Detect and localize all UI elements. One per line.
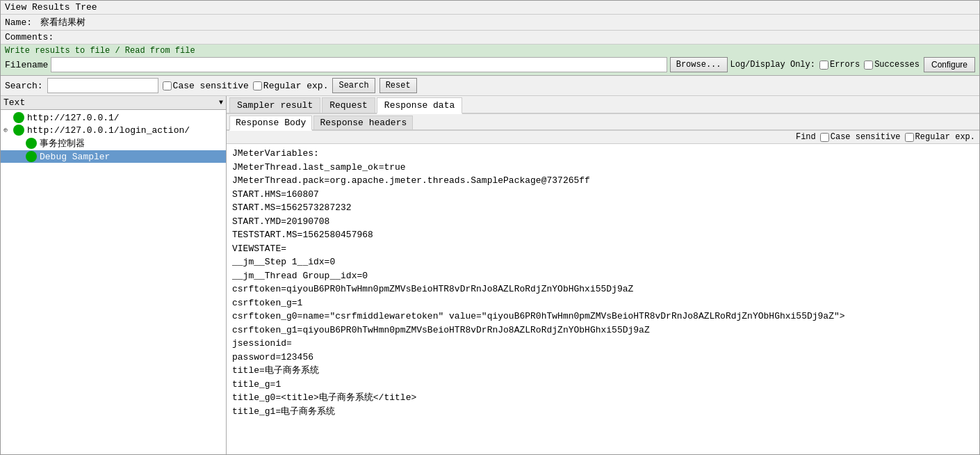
comments-row: Comments: xyxy=(1,31,979,45)
tab-response-data[interactable]: Response data xyxy=(377,97,462,114)
file-section: Write results to file / Read from file F… xyxy=(1,45,979,76)
sub-tab-response-headers[interactable]: Response headers xyxy=(313,115,413,129)
name-label: Name: xyxy=(5,17,32,28)
content-area[interactable]: JMeterVariables: JMeterThread.last_sampl… xyxy=(227,144,979,454)
errors-checkbox-label[interactable]: Errors xyxy=(819,60,860,70)
tree-item-item1[interactable]: http://127.0.0.1/ xyxy=(1,111,226,124)
find-case-sensitive-label[interactable]: Case sensitive xyxy=(820,132,901,142)
successes-checkbox-label[interactable]: Successes xyxy=(864,60,920,70)
left-panel-header: Text ▼ xyxy=(1,96,226,110)
main-tabs-row: Sampler result Request Response data xyxy=(227,96,979,114)
log-display-section: Log/Display Only: Errors Successes Confi… xyxy=(730,57,975,72)
window-title: View Results Tree xyxy=(5,2,97,13)
right-panel: Sampler result Request Response data Res… xyxy=(227,96,979,454)
tree-item-icon xyxy=(26,151,37,162)
log-display-label: Log/Display Only: xyxy=(730,60,815,70)
successes-label: Successes xyxy=(874,60,920,70)
tree-item-icon xyxy=(26,138,37,149)
tree-item-icon xyxy=(13,112,24,123)
tab-request[interactable]: Request xyxy=(322,97,375,113)
regular-exp-text: Regular exp. xyxy=(263,81,329,91)
find-regular-exp-label[interactable]: Regular exp. xyxy=(905,132,975,142)
search-input[interactable] xyxy=(47,78,158,93)
tree-item-item2[interactable]: ⊕http://127.0.0.1/login_action/ xyxy=(1,124,226,136)
reset-button[interactable]: Reset xyxy=(379,78,417,93)
dropdown-arrow-icon[interactable]: ▼ xyxy=(219,99,223,106)
case-sensitive-checkbox[interactable] xyxy=(163,81,172,90)
tree-item-label: 事务控制器 xyxy=(40,137,85,150)
filename-input[interactable] xyxy=(51,57,667,72)
tree-item-item4[interactable]: Debug Sampler xyxy=(1,150,226,163)
sub-tab-response-body[interactable]: Response Body xyxy=(229,115,312,131)
find-regular-exp-checkbox[interactable] xyxy=(905,133,914,142)
tree-item-icon xyxy=(13,125,24,136)
tree-item-label: Debug Sampler xyxy=(40,152,110,162)
find-label: Find xyxy=(796,132,816,142)
find-case-sensitive-checkbox[interactable] xyxy=(820,133,829,142)
case-sensitive-label[interactable]: Case sensitive xyxy=(163,81,249,91)
name-value: 察看结果树 xyxy=(40,17,85,28)
file-description: Write results to file / Read from file xyxy=(5,46,975,56)
tree-item-label: http://127.0.0.1/login_action/ xyxy=(27,125,190,136)
search-bar: Search: Case sensitive Regular exp. Sear… xyxy=(1,76,979,96)
filename-label: Filename xyxy=(5,60,48,70)
comments-label: Comments: xyxy=(5,32,54,42)
errors-label: Errors xyxy=(830,60,860,70)
find-bar: Find Case sensitive Regular exp. xyxy=(227,131,979,144)
successes-checkbox[interactable] xyxy=(864,61,873,70)
main-window: View Results Tree Name: 察看结果树 Comments: … xyxy=(0,0,980,455)
file-controls-row: Filename Browse... Log/Display Only: Err… xyxy=(5,56,975,74)
case-sensitive-text: Case sensitive xyxy=(173,81,249,91)
tree-expander: ⊕ xyxy=(3,126,13,134)
regular-exp-label[interactable]: Regular exp. xyxy=(253,81,329,91)
left-panel-title: Text xyxy=(3,97,219,108)
find-case-sensitive-text: Case sensitive xyxy=(831,132,901,142)
find-regular-exp-text: Regular exp. xyxy=(915,132,975,142)
sub-tabs-row: Response Body Response headers xyxy=(227,114,979,131)
tree-area: http://127.0.0.1/⊕http://127.0.0.1/login… xyxy=(1,110,226,454)
name-row: Name: 察看结果树 xyxy=(1,15,979,31)
browse-button[interactable]: Browse... xyxy=(670,57,728,72)
tree-item-item3[interactable]: 事务控制器 xyxy=(1,136,226,150)
main-content: Text ▼ http://127.0.0.1/⊕http://127.0.0.… xyxy=(1,96,979,454)
tree-item-label: http://127.0.0.1/ xyxy=(27,113,120,123)
tab-sampler-result[interactable]: Sampler result xyxy=(229,97,320,113)
left-panel: Text ▼ http://127.0.0.1/⊕http://127.0.0.… xyxy=(1,96,227,454)
search-button[interactable]: Search xyxy=(332,78,375,93)
title-bar: View Results Tree xyxy=(1,1,979,15)
regular-exp-checkbox[interactable] xyxy=(253,81,262,90)
configure-button[interactable]: Configure xyxy=(924,57,975,72)
search-label: Search: xyxy=(5,81,43,91)
errors-checkbox[interactable] xyxy=(819,61,828,70)
